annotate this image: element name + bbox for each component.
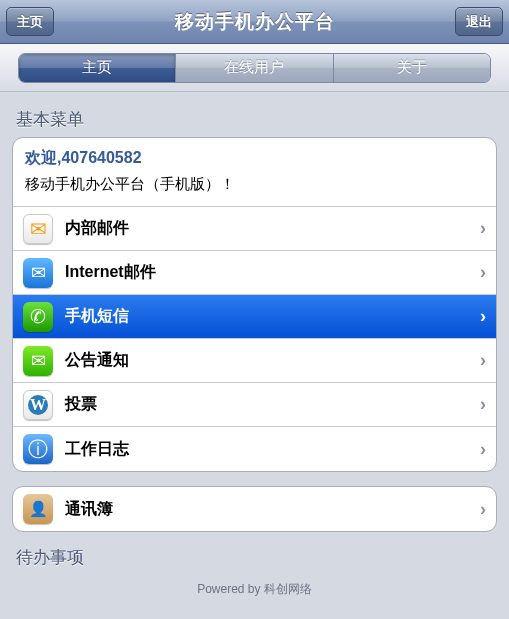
menu-internet-mail[interactable]: Internet邮件 › (13, 251, 496, 295)
mail-icon (23, 258, 53, 288)
tab-about[interactable]: 关于 (334, 54, 490, 82)
menu-label: 投票 (65, 394, 97, 415)
chevron-right-icon: › (480, 499, 486, 520)
section-basic-menu-title: 基本菜单 (16, 108, 493, 131)
menu-sms[interactable]: 手机短信 › (13, 295, 496, 339)
menu-label: 内部邮件 (65, 218, 129, 239)
home-button[interactable]: 主页 (6, 7, 54, 36)
menu-label: 通讯簿 (65, 499, 113, 520)
chevron-right-icon: › (480, 394, 486, 415)
menu-worklog[interactable]: 工作日志 › (13, 427, 496, 471)
content: 基本菜单 欢迎,407640582 移动手机办公平台（手机版）！ 内部邮件 › … (0, 92, 509, 610)
message-icon (23, 346, 53, 376)
menu-label: Internet邮件 (65, 262, 156, 283)
addressbook-icon (23, 494, 53, 524)
menu-notice[interactable]: 公告通知 › (13, 339, 496, 383)
tab-bar: 主页 在线用户 关于 (0, 44, 509, 92)
section-todo-title: 待办事项 (16, 546, 493, 569)
phone-icon (23, 302, 53, 332)
wordpress-icon (23, 390, 53, 420)
app-title: 移动手机办公平台 (175, 9, 335, 35)
menu-vote[interactable]: 投票 › (13, 383, 496, 427)
chevron-right-icon: › (480, 439, 486, 460)
menu-label: 手机短信 (65, 306, 129, 327)
chevron-right-icon: › (480, 306, 486, 327)
tab-home[interactable]: 主页 (19, 54, 176, 82)
exit-button[interactable]: 退出 (455, 7, 503, 36)
menu-contacts[interactable]: 通讯簿 › (13, 487, 496, 531)
contacts-card: 通讯簿 › (12, 486, 497, 532)
chevron-right-icon: › (480, 262, 486, 283)
footer-brand: 科创网络 (264, 582, 312, 596)
tab-online-users[interactable]: 在线用户 (176, 54, 333, 82)
menu-label: 工作日志 (65, 439, 129, 460)
welcome-greeting: 欢迎,407640582 (25, 148, 484, 169)
envelope-icon (23, 214, 53, 244)
chevron-right-icon: › (480, 218, 486, 239)
welcome-subtitle: 移动手机办公平台（手机版）！ (25, 175, 484, 194)
menu-label: 公告通知 (65, 350, 129, 371)
basic-menu-card: 欢迎,407640582 移动手机办公平台（手机版）！ 内部邮件 › Inter… (12, 137, 497, 472)
welcome-block: 欢迎,407640582 移动手机办公平台（手机版）！ (13, 138, 496, 207)
footer-powered: Powered by (197, 582, 264, 596)
menu-internal-mail[interactable]: 内部邮件 › (13, 207, 496, 251)
chevron-right-icon: › (480, 350, 486, 371)
navbar: 主页 移动手机办公平台 退出 (0, 0, 509, 44)
info-icon (23, 434, 53, 464)
footer: Powered by 科创网络 (12, 575, 497, 610)
